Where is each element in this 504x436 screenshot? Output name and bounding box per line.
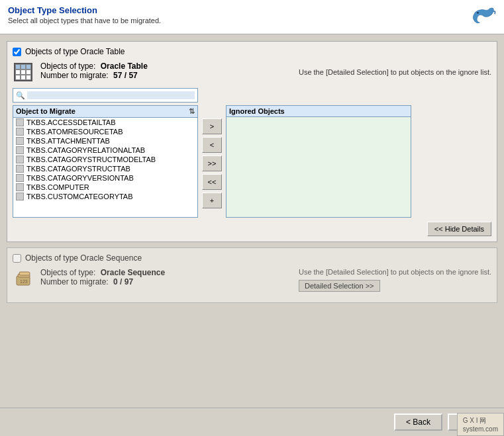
list-item[interactable]: TKBS.ATTACHMENTTAB bbox=[13, 136, 197, 146]
num-migrate-label2: Number to migrate: bbox=[40, 277, 109, 286]
list-item-text: TKBS.CATAGORYSTRUCTMODELTAB bbox=[26, 155, 156, 163]
search-icon: 🔍 bbox=[16, 91, 25, 100]
section2-header: Objects of type Oracle Sequence bbox=[13, 253, 491, 263]
ignored-list-panel: Ignored Objects bbox=[226, 105, 411, 218]
obj-type-label: Objects of type: bbox=[40, 62, 95, 71]
migrate-list-sort-icon: ⇅ bbox=[189, 107, 195, 116]
num-migrate-value2: 0 / 97 bbox=[113, 277, 133, 286]
footer: < Back Next > bbox=[0, 408, 504, 436]
num-migrate-row: Number to migrate: 57 / 57 bbox=[40, 71, 299, 80]
list-item-text: TKBS.ATOMRESOURCETAB bbox=[26, 128, 123, 136]
watermark-line1: G X I 网 bbox=[463, 416, 498, 425]
oracle-sequence-checkbox[interactable] bbox=[13, 254, 21, 263]
list-item-text: TKBS.ATTACHMENTTAB bbox=[26, 137, 110, 145]
move-left-button[interactable]: < bbox=[202, 137, 222, 153]
oracle-table-label: Objects of type Oracle Table bbox=[25, 47, 125, 56]
search-row: 🔍 bbox=[13, 88, 491, 103]
transfer-buttons: > < >> << + bbox=[202, 105, 222, 208]
list-item[interactable]: TKBS.CATAGORYRELATIONALTAB bbox=[13, 146, 197, 155]
transfer-layout: Object to Migrate ⇅ TKBS.ACCESSDETAILTAB… bbox=[13, 105, 491, 218]
move-right-button[interactable]: > bbox=[202, 118, 222, 134]
ignored-list-header: Ignored Objects bbox=[227, 106, 411, 117]
table-row-icon bbox=[16, 155, 24, 163]
list-item[interactable]: TKBS.CATAGORYVERSIONTAB bbox=[13, 173, 197, 183]
list-item[interactable]: TKBS.CUSTOMCATEGORYTAB bbox=[13, 192, 197, 201]
page-title: Object Type Selection bbox=[8, 5, 161, 15]
ignored-list-body[interactable] bbox=[227, 117, 411, 214]
list-item-text: TKBS.CATAGORYRELATIONALTAB bbox=[26, 146, 145, 154]
ignored-list-title: Ignored Objects bbox=[229, 107, 285, 115]
list-item-text: TKBS.CUSTOMCATEGORYTAB bbox=[26, 193, 133, 200]
oracle-sequence-section: Objects of type Oracle Sequence 123 Obje… bbox=[7, 247, 497, 303]
search-input[interactable] bbox=[27, 91, 195, 99]
obj-type-value2: Oracle Sequence bbox=[101, 268, 165, 277]
table-row-icon bbox=[16, 118, 24, 126]
page-header: Object Type Selection Select all object … bbox=[0, 0, 504, 34]
list-item[interactable]: TKBS.CATAGORYSTRUCTTAB bbox=[13, 164, 197, 173]
list-item[interactable]: TKBS.CATAGORYSTRUCTMODELTAB bbox=[13, 155, 197, 164]
migrate-list-header: Object to Migrate ⇅ bbox=[13, 106, 197, 118]
section1-info: Objects of type: Oracle Table Number to … bbox=[13, 62, 491, 83]
list-item[interactable]: TKBS.COMPUTER bbox=[13, 183, 197, 192]
num-migrate-row2: Number to migrate: 0 / 97 bbox=[40, 277, 299, 286]
migrate-list-title: Object to Migrate bbox=[16, 107, 76, 116]
table-row-icon bbox=[16, 137, 24, 145]
num-migrate-value: 57 / 57 bbox=[113, 71, 138, 80]
back-button[interactable]: < Back bbox=[394, 414, 442, 431]
migrate-list-body[interactable]: TKBS.ACCESSDETAILTAB TKBS.ATOMRESOURCETA… bbox=[13, 118, 197, 214]
oracle-sequence-label: Objects of type Oracle Sequence bbox=[25, 253, 142, 263]
table-row-icon bbox=[16, 146, 24, 154]
svg-point-0 bbox=[477, 12, 479, 14]
list-item-text: TKBS.CATAGORYVERSIONTAB bbox=[26, 174, 134, 182]
hide-details-button[interactable]: << Hide Details bbox=[427, 222, 491, 236]
watermark-line2: system.com bbox=[463, 425, 498, 433]
move-all-left-button[interactable]: << bbox=[202, 174, 222, 190]
page-subtitle: Select all object types that have to be … bbox=[8, 17, 161, 24]
move-all-right-button[interactable]: >> bbox=[202, 155, 222, 171]
svg-rect-3 bbox=[19, 272, 30, 275]
header-text: Object Type Selection Select all object … bbox=[8, 5, 161, 24]
obj-type-label2: Objects of type: bbox=[40, 268, 95, 277]
num-migrate-label: Number to migrate: bbox=[40, 71, 109, 80]
migrate-list-panel: Object to Migrate ⇅ TKBS.ACCESSDETAILTAB… bbox=[13, 105, 198, 218]
svg-text:123: 123 bbox=[20, 279, 28, 284]
section2-details: Objects of type: Oracle Sequence Number … bbox=[40, 268, 299, 286]
obj-type-row: Objects of type: Oracle Table bbox=[40, 62, 299, 71]
sequence-icon: 123 bbox=[13, 268, 34, 289]
section1-details: Objects of type: Oracle Table Number to … bbox=[40, 62, 299, 80]
content-area: Objects of type Oracle Table bbox=[0, 34, 504, 408]
dolphin-icon bbox=[471, 5, 496, 28]
hide-details-row: << Hide Details bbox=[13, 222, 491, 236]
table-row-icon bbox=[16, 165, 24, 173]
detailed-selection-button[interactable]: Detailed Selection >> bbox=[299, 280, 380, 292]
table-icon bbox=[13, 62, 34, 83]
table-row-icon bbox=[16, 183, 24, 191]
table-row-icon bbox=[16, 193, 24, 200]
list-item-text: TKBS.COMPUTER bbox=[26, 183, 89, 191]
section1-header: Objects of type Oracle Table bbox=[13, 47, 491, 56]
list-item-text: TKBS.CATAGORYSTRUCTTAB bbox=[26, 165, 130, 173]
section2-hint: Use the [Detailed Selection] to put obje… bbox=[299, 268, 491, 292]
list-item-text: TKBS.ACCESSDETAILTAB bbox=[26, 118, 115, 126]
oracle-table-section: Objects of type Oracle Table bbox=[7, 41, 497, 242]
section2-info: 123 Objects of type: Oracle Sequence Num… bbox=[13, 268, 491, 292]
search-box[interactable]: 🔍 bbox=[13, 88, 198, 103]
add-button[interactable]: + bbox=[202, 193, 222, 208]
table-row-icon bbox=[16, 128, 24, 136]
list-item[interactable]: TKBS.ACCESSDETAILTAB bbox=[13, 118, 197, 127]
list-item[interactable]: TKBS.ATOMRESOURCETAB bbox=[13, 127, 197, 136]
section1-hint: Use the [Detailed Selection] to put obje… bbox=[299, 68, 491, 76]
obj-type-value: Oracle Table bbox=[101, 62, 148, 71]
oracle-table-checkbox[interactable] bbox=[13, 48, 21, 56]
table-row-icon bbox=[16, 174, 24, 182]
obj-type-row2: Objects of type: Oracle Sequence bbox=[40, 268, 299, 277]
watermark: G X I 网 system.com bbox=[457, 413, 504, 436]
